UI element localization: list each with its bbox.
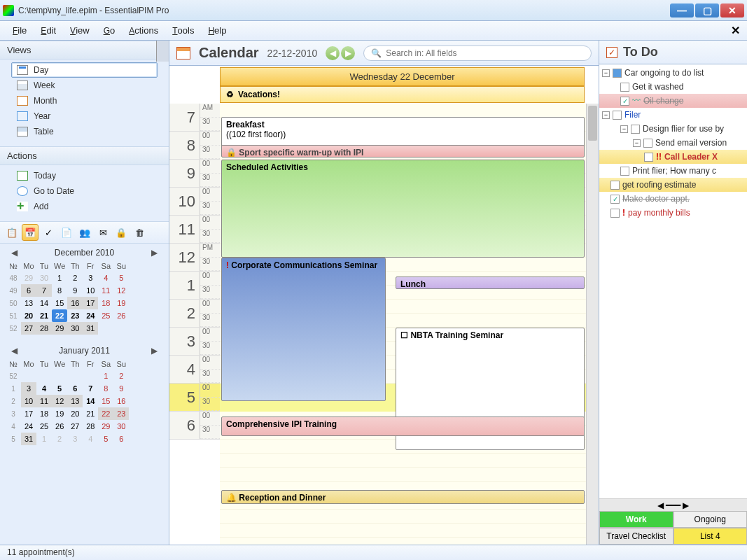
todo-car[interactable]: −Car ongoing to do list (599, 66, 747, 80)
tool-calendar[interactable]: 📅 (22, 224, 39, 241)
menu-close-icon[interactable]: ✕ (731, 24, 740, 37)
view-month[interactable]: Month (11, 93, 158, 108)
minimize-button[interactable]: — (670, 4, 694, 18)
event-corporate[interactable]: ! Corporate Communications Seminar (221, 258, 386, 401)
tool-8[interactable]: 🗑 (131, 224, 148, 241)
close-button[interactable]: ✕ (720, 4, 744, 18)
minical-jan-prev[interactable]: ◀ (7, 346, 22, 356)
calendar-title: Calendar (199, 45, 259, 61)
tool-5[interactable]: 👥 (76, 224, 93, 241)
menu-file[interactable]: File (6, 22, 34, 38)
allday-event[interactable]: ♻ Vacations! (220, 86, 585, 103)
event-breakfast[interactable]: Breakfast ((102 first floor)) (221, 117, 585, 148)
add-icon: + (17, 202, 28, 211)
tool-6[interactable]: ✉ (95, 224, 111, 241)
tab-work[interactable]: Work (599, 511, 673, 528)
search-icon: 🔍 (371, 48, 382, 58)
tab-travel[interactable]: Travel Checklist (599, 528, 673, 545)
todo-title: To Do (623, 45, 658, 59)
todo-doctor[interactable]: Make doctor appt. (599, 192, 747, 206)
tool-7[interactable]: 🔒 (113, 224, 130, 241)
calendar-vscroll[interactable] (586, 104, 599, 545)
event-scheduled[interactable]: Scheduled Activities (221, 160, 585, 258)
todo-call[interactable]: !!Call Leader X (599, 150, 747, 164)
sidebar-scroll[interactable] (156, 41, 169, 62)
tool-4[interactable]: 📄 (58, 224, 75, 241)
minical-jan-title: January 2011 (59, 346, 110, 356)
todo-icon: ✓ (606, 47, 617, 58)
views-header: Views (0, 41, 169, 59)
recurring-icon: ♻ (226, 90, 234, 99)
menu-actions[interactable]: Actions (122, 22, 165, 38)
view-day[interactable]: Day (11, 62, 158, 78)
maximize-button[interactable]: ▢ (695, 4, 719, 18)
cal-prev-button[interactable]: ◀ (326, 46, 340, 60)
minical-next[interactable]: ▶ (147, 248, 162, 258)
action-add[interactable]: +Add (11, 199, 158, 214)
event-sport[interactable]: 🔒 Sport specific warm-up with IPI (221, 145, 585, 158)
view-week[interactable]: Week (11, 78, 158, 93)
minical-prev[interactable]: ◀ (7, 248, 22, 258)
todo-oil[interactable]: 〰Oil change (599, 94, 747, 108)
todo-washed[interactable]: Get it washed (599, 80, 747, 94)
action-today[interactable]: Today (11, 168, 158, 183)
tool-1[interactable]: 📋 (4, 224, 20, 241)
table-icon (17, 127, 28, 136)
tool-3[interactable]: ✓ (40, 224, 57, 241)
todo-roof[interactable]: get roofing estimate (599, 178, 747, 192)
status-bar: 11 appointment(s) (0, 545, 747, 560)
calendar-date: 22-12-2010 (267, 48, 318, 59)
tab-list4[interactable]: List 4 (673, 528, 748, 545)
tab-ongoing[interactable]: Ongoing (673, 511, 748, 528)
todo-send[interactable]: −Send email version (599, 136, 747, 150)
search-input[interactable] (386, 48, 584, 58)
event-reception[interactable]: 🔔 Reception and Dinner (221, 490, 585, 504)
event-lunch[interactable]: Lunch (396, 276, 585, 289)
week-icon (17, 80, 28, 90)
calendar-icon (176, 47, 190, 59)
menu-help[interactable]: Help (201, 22, 233, 38)
view-table[interactable]: Table (11, 124, 158, 139)
day-header: Wednesday 22 December (220, 67, 585, 86)
search-box[interactable]: 🔍 (363, 46, 592, 61)
action-goto[interactable]: Go to Date (11, 183, 158, 199)
menu-edit[interactable]: Edit (34, 22, 63, 38)
year-icon (17, 111, 28, 121)
menu-go[interactable]: Go (97, 22, 123, 38)
cal-next-button[interactable]: ▶ (341, 46, 355, 60)
todo-print[interactable]: Print flier; How many c (599, 164, 747, 178)
actions-header: Actions (0, 146, 169, 165)
app-icon (3, 5, 14, 16)
minical-dec-title: December 2010 (55, 248, 114, 258)
day-icon (17, 65, 28, 75)
todo-design[interactable]: −Design flier for use by (599, 122, 747, 136)
todo-filer[interactable]: −Filer (599, 108, 747, 122)
menu-view[interactable]: View (63, 22, 97, 38)
month-icon (17, 96, 28, 106)
today-icon (17, 171, 28, 181)
minical-jan-next[interactable]: ▶ (147, 346, 162, 356)
view-year[interactable]: Year (11, 108, 158, 124)
event-comprehensive[interactable]: Comprehensive IPI Training (221, 416, 585, 436)
todo-bills[interactable]: !pay monthly bills (599, 206, 747, 220)
menu-tools[interactable]: Tools (165, 22, 201, 38)
todo-hscroll[interactable]: ◀ ━━━ ▶ (599, 498, 747, 511)
window-title: C:\temp\my_life.epim - EssentialPIM Pro (18, 6, 670, 15)
goto-icon (17, 186, 28, 196)
